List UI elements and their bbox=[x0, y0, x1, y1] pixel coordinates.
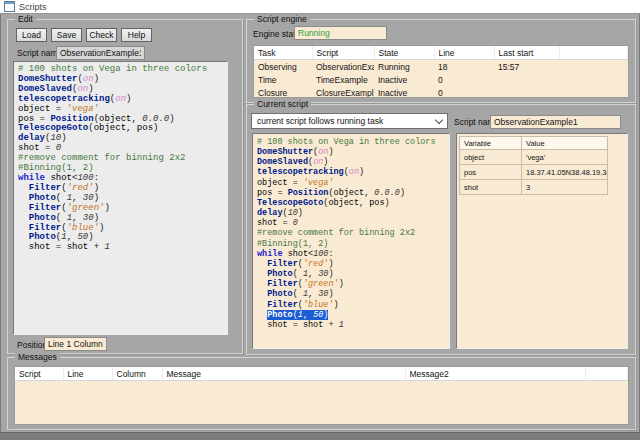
table-cell: 0 bbox=[434, 86, 494, 98]
code-token: 100 bbox=[313, 249, 328, 259]
code-token: Photo bbox=[267, 289, 293, 299]
code-token: Position bbox=[50, 114, 93, 124]
code-token: TelescopeGoto bbox=[18, 123, 88, 133]
table-row[interactable]: ObservingObservationExa...Running1815:57 bbox=[254, 60, 628, 74]
table-cell: 0 bbox=[434, 73, 494, 86]
code-line[interactable]: DomeSlaved(on) bbox=[257, 157, 449, 167]
table-cell bbox=[559, 86, 628, 98]
code-token: shot bbox=[267, 320, 287, 330]
code-line[interactable]: Photo( 1, 30) bbox=[257, 289, 449, 299]
code-line[interactable]: # 100 shots on Vega in three colors bbox=[257, 137, 449, 147]
code-token: ) bbox=[323, 310, 328, 320]
table-row[interactable]: ClosureClosureExampleInactive0 bbox=[254, 86, 628, 98]
column-header[interactable] bbox=[585, 367, 628, 381]
table-cell: TimeExample bbox=[312, 73, 374, 86]
script-editor[interactable]: # 100 shots on Vega in three colorsDomeS… bbox=[13, 61, 228, 335]
code-token: shot bbox=[18, 143, 40, 153]
current-script-group-label: Current script bbox=[254, 99, 311, 110]
code-line[interactable]: Photo(1, 50) bbox=[257, 310, 449, 320]
position-input[interactable] bbox=[44, 337, 107, 351]
column-header[interactable]: Value bbox=[522, 137, 608, 150]
code-line[interactable]: Filter('blue') bbox=[257, 300, 449, 310]
code-token: ) bbox=[385, 198, 390, 208]
code-token: = bbox=[40, 143, 56, 153]
code-line[interactable]: delay(10) bbox=[257, 208, 449, 218]
code-token: # 100 shots on Vega in three colors bbox=[18, 64, 207, 74]
code-line[interactable]: Filter('red') bbox=[257, 259, 449, 269]
code-line[interactable]: Filter('green') bbox=[257, 279, 449, 289]
table-row[interactable]: object'vega' bbox=[460, 150, 608, 165]
code-token bbox=[18, 193, 29, 203]
code-token: ) bbox=[94, 213, 99, 223]
column-header[interactable]: Line bbox=[434, 46, 494, 60]
messages-group: Messages ScriptLineColumnMessageMessage2 bbox=[7, 357, 636, 430]
code-token: 10 bbox=[50, 133, 61, 143]
table-cell: 18 bbox=[434, 60, 494, 74]
code-token: object bbox=[99, 114, 131, 124]
code-token bbox=[18, 242, 29, 252]
column-header[interactable]: Message2 bbox=[405, 367, 585, 381]
table-row[interactable]: pos18.37.41.05N38.48.19.34 bbox=[460, 165, 608, 180]
current-script-select[interactable]: current script follows running task bbox=[251, 113, 448, 129]
code-token: 0 bbox=[56, 143, 61, 153]
table-row[interactable]: shot3 bbox=[460, 180, 608, 195]
code-token: 30 bbox=[318, 269, 328, 279]
column-header[interactable]: Task bbox=[254, 46, 312, 60]
code-token: ) bbox=[88, 84, 93, 94]
check-button[interactable]: Check bbox=[86, 28, 117, 42]
code-token bbox=[257, 259, 267, 269]
running-script-view[interactable]: # 100 shots on Vega in three colorsDomeS… bbox=[252, 133, 450, 349]
column-header[interactable]: State bbox=[374, 46, 434, 60]
code-token bbox=[18, 183, 29, 193]
code-line[interactable]: shot = shot + 1 bbox=[257, 320, 449, 330]
table-row[interactable]: TimeTimeExampleInactive0 bbox=[254, 73, 628, 86]
code-token: # 100 shots on Vega in three colors bbox=[257, 137, 436, 147]
column-header[interactable]: Column bbox=[112, 367, 162, 381]
code-token: DomeSlaved bbox=[257, 157, 308, 167]
code-token: ) bbox=[94, 193, 99, 203]
code-token: 30 bbox=[83, 213, 94, 223]
current-script-name-input[interactable] bbox=[490, 115, 621, 129]
load-button[interactable]: Load bbox=[16, 28, 47, 42]
code-token: on bbox=[318, 147, 328, 157]
code-line[interactable]: pos = Position(object, 0.0.0) bbox=[257, 188, 449, 198]
code-token: ) bbox=[334, 300, 339, 310]
table-cell: Inactive bbox=[374, 73, 434, 86]
titlebar[interactable]: Scripts bbox=[0, 0, 640, 14]
engine-state-input[interactable] bbox=[294, 26, 387, 40]
column-header[interactable]: Script bbox=[15, 367, 63, 381]
script-name-input[interactable] bbox=[56, 46, 145, 60]
code-line[interactable]: while shot<100: bbox=[257, 249, 449, 259]
column-header[interactable]: Variable bbox=[460, 137, 522, 150]
code-line[interactable]: DomeShutter(on) bbox=[257, 147, 449, 157]
code-token: 50 bbox=[77, 232, 88, 242]
messages-group-label: Messages bbox=[15, 352, 60, 363]
help-button[interactable]: Help bbox=[121, 28, 152, 42]
column-header[interactable] bbox=[559, 46, 628, 60]
column-header[interactable]: Message bbox=[162, 367, 405, 381]
code-token: Filter bbox=[29, 183, 61, 193]
code-line[interactable]: #Binning(1, 2) bbox=[257, 239, 449, 249]
column-header[interactable]: Line bbox=[63, 367, 112, 381]
table-cell bbox=[494, 73, 559, 86]
code-line[interactable]: shot = 0 bbox=[257, 218, 449, 228]
code-token: 50 bbox=[313, 310, 323, 320]
code-token: 30 bbox=[83, 193, 94, 203]
save-button[interactable]: Save bbox=[51, 28, 82, 42]
code-token: DomeShutter bbox=[257, 147, 313, 157]
code-line[interactable]: telescopetracking(on) bbox=[257, 167, 449, 177]
variables-panel: VariableValueobject'vega'pos18.37.41.05N… bbox=[456, 133, 628, 349]
code-token bbox=[257, 289, 267, 299]
code-token: pos bbox=[18, 114, 34, 124]
code-token: on bbox=[77, 84, 88, 94]
code-line[interactable]: #remove comment for binning 2x2 bbox=[257, 228, 449, 238]
code-token bbox=[257, 300, 267, 310]
column-header[interactable]: Script bbox=[312, 46, 374, 60]
code-line[interactable]: Photo( 1, 30) bbox=[257, 269, 449, 279]
code-line[interactable]: TelescopeGoto(object, pos) bbox=[257, 198, 449, 208]
code-token: #remove comment for binning 2x2 bbox=[257, 228, 415, 238]
code-token: #Binning(1, 2) bbox=[18, 163, 94, 173]
code-line[interactable]: shot = shot + 1 bbox=[18, 243, 227, 253]
code-line[interactable]: object = 'vega' bbox=[257, 178, 449, 188]
column-header[interactable]: Last start bbox=[494, 46, 559, 60]
